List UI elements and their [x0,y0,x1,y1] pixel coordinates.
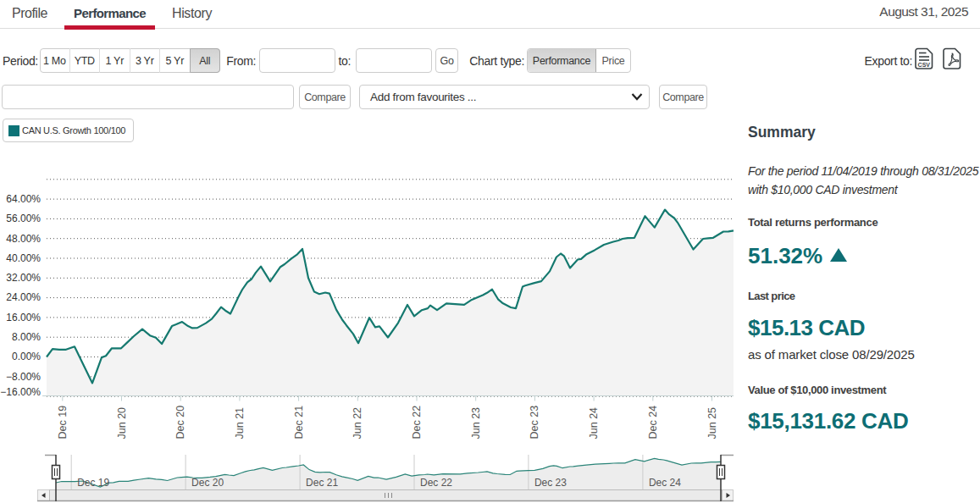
svg-text:Dec 21: Dec 21 [306,477,338,489]
svg-text:32.00%: 32.00% [6,272,41,284]
svg-text:Dec 21: Dec 21 [293,406,305,439]
svg-text:Jun 21: Jun 21 [234,407,246,439]
svg-text:8.00%: 8.00% [12,331,41,343]
svg-text:40.00%: 40.00% [6,252,41,264]
svg-text:0.00%: 0.00% [12,351,41,362]
svg-text:Dec 19: Dec 19 [77,477,109,489]
svg-text:Dec 19: Dec 19 [57,406,69,439]
svg-text:Dec 23: Dec 23 [529,406,540,439]
svg-text:16.00%: 16.00% [6,312,41,323]
svg-text:CSV: CSV [918,62,931,68]
svg-text:24.00%: 24.00% [6,291,41,303]
svg-text:48.00%: 48.00% [6,233,41,245]
svg-text:Dec 23: Dec 23 [534,477,567,489]
svg-text:Jun 23: Jun 23 [470,407,482,439]
svg-text:56.00%: 56.00% [6,213,41,224]
svg-text:Dec 20: Dec 20 [174,406,186,439]
svg-text:−8.00%: −8.00% [6,371,41,383]
svg-text:Dec 24: Dec 24 [649,477,681,489]
svg-text:Dec 22: Dec 22 [420,477,452,489]
svg-text:−16.00%: −16.00% [0,386,41,398]
svg-text:Dec 24: Dec 24 [647,406,659,439]
svg-text:Dec 20: Dec 20 [191,477,224,489]
svg-text:Jun 25: Jun 25 [706,407,718,439]
svg-text:Jun 20: Jun 20 [116,407,128,439]
svg-text:Jun 22: Jun 22 [352,407,363,439]
svg-text:Jun 24: Jun 24 [588,407,600,439]
svg-text:Dec 22: Dec 22 [411,406,423,439]
svg-text:64.00%: 64.00% [6,193,41,205]
